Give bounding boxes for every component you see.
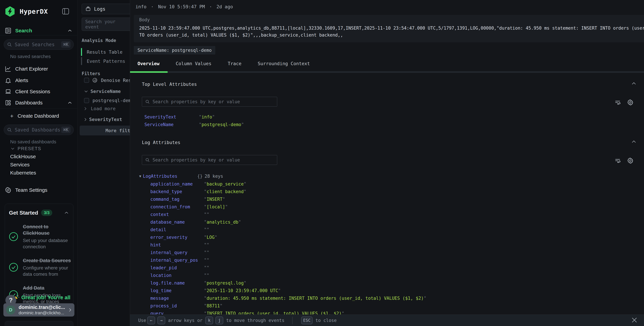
attribute-key[interactable]: ServiceName [144,122,199,127]
create-dashboard-button[interactable]: + Create Dashboard [0,111,78,121]
wrap-lines-icon[interactable] [614,157,621,164]
log-body-text[interactable]: 2025-11-10 23:59:47.000 UTC,postgres,ana… [139,25,644,39]
j-key[interactable]: j [216,316,223,324]
attribute-value[interactable]: "" [204,258,209,263]
log-attribute-list: application_name"backup_service"backend_… [130,180,644,317]
attribute-key[interactable]: hint [150,242,204,247]
attribute-row: hint"" [130,241,644,249]
attribute-value[interactable]: "" [204,250,209,255]
attribute-key[interactable]: database_name [150,219,204,225]
logattributes-key[interactable]: LogAttributes [143,174,178,179]
attribute-key[interactable]: internal_query [150,250,204,255]
event-search-input[interactable]: Search your event [82,18,132,31]
get-started-badge: 3/3 [41,210,52,216]
tab-column-values[interactable]: Column Values [176,61,212,66]
attribute-key[interactable]: error_severity [150,235,204,240]
attribute-key[interactable]: SeverityText [144,114,199,120]
attribute-value[interactable]: "" [204,242,209,247]
caret-down-icon[interactable]: ▼ [139,174,141,178]
tab-overview[interactable]: Overview [138,61,160,66]
gear-icon[interactable] [627,99,634,106]
attribute-key[interactable]: location [150,273,204,278]
detail-footer: Use ← → arrow keys or k j to move throug… [130,314,644,326]
attribute-value[interactable]: "88711" [204,303,222,308]
attribute-value[interactable]: "" [204,227,209,232]
attribute-key[interactable]: process_id [150,303,204,308]
sidebar-item-search[interactable]: Search [0,26,78,36]
attribute-key[interactable]: connection_from [150,204,204,209]
saved-dashboards-input[interactable]: Saved Dashboards ⌘K [4,125,74,135]
attribute-key[interactable]: log_time [150,288,204,293]
attribute-value[interactable]: "postgresql.log" [204,280,246,285]
chevron-up-icon[interactable] [64,211,69,214]
k-key[interactable]: k [205,316,213,324]
attribute-value[interactable]: "" [204,212,209,217]
sidebar-item-dashboards[interactable]: Dashboards [0,98,78,108]
sidebar-item-alerts[interactable]: Alerts [0,76,78,85]
attribute-key[interactable]: command_tag [150,197,204,202]
servicename-filter-group[interactable]: ServiceName [84,89,121,94]
collapse-section-icon[interactable] [631,82,637,85]
source-select-button[interactable]: Logs [82,4,132,14]
attribute-value[interactable]: "" [204,273,209,278]
keys-count-badge: {}28 keys [197,174,223,179]
attribute-value[interactable]: "2025-11-10 23:59:47.000 UTC" [204,288,281,293]
sidebar-collapse-icon[interactable] [62,8,69,15]
preset-clickhouse[interactable]: ClickHouse [10,154,36,159]
mode-event-patterns[interactable]: Event Patterns [81,57,130,65]
attribute-row: detail"" [130,226,644,233]
log-attributes-search-input[interactable]: Search properties by key or value [142,155,277,165]
get-started-item[interactable]: Connect to ClickHouse Set up your databa… [8,223,69,250]
chevron-up-icon [67,29,72,32]
tab-surrounding-context[interactable]: Surrounding Context [258,61,310,66]
sidebar-item-client-sessions[interactable]: Client Sessions [0,87,78,97]
attribute-key[interactable]: application_name [150,181,204,187]
arrow-right-key[interactable]: → [158,316,165,324]
esc-key[interactable]: ESC [301,316,312,324]
attribute-value[interactable]: "duration: 45.950 ms statement: INSERT I… [204,296,426,301]
saved-searches-input[interactable]: Saved Searches ⌘K [4,39,74,50]
checkbox[interactable] [84,78,89,83]
load-more-button[interactable]: Load more [84,106,116,111]
attribute-value[interactable]: "analytics_db" [204,219,241,225]
attribute-key[interactable]: message [150,296,204,301]
preset-kubernetes[interactable]: Kubernetes [10,170,36,176]
collapse-section-icon[interactable] [631,140,637,144]
get-started-item[interactable]: Create Data Sources Configure where your… [8,257,69,277]
user-menu[interactable]: D dominic.tran@clic... dominic.tran@clic… [4,303,74,316]
arrow-left-key[interactable]: ← [147,316,155,324]
gear-icon[interactable] [627,157,634,164]
attribute-value[interactable]: "[local]" [204,204,228,209]
attribute-key[interactable]: context [150,212,204,217]
log-attributes-toolbar [614,157,634,164]
checkbox[interactable] [84,98,89,103]
get-started-header[interactable]: Get Started 3/3 [5,204,73,216]
severitytext-filter-group[interactable]: SeverityText [84,117,122,122]
attribute-key[interactable]: log.file.name [150,280,204,285]
help-button[interactable]: ? [6,295,16,306]
attribute-value[interactable]: "INSERT" [204,197,225,202]
presets-group[interactable]: PRESETS [0,145,78,152]
celebration-text: Great job! You're all [13,294,72,301]
tab-trace[interactable]: Trace [228,61,241,66]
attribute-value[interactable]: "info" [199,114,215,120]
attribute-value[interactable]: "client backend" [204,189,246,194]
attribute-key[interactable]: internal_query_pos [150,258,204,263]
sidebar-item-chart-explorer[interactable]: Chart Explorer [0,64,78,74]
preset-services[interactable]: Services [10,162,30,168]
wrap-lines-icon[interactable] [614,99,621,106]
close-icon[interactable] [631,316,638,324]
attribute-value[interactable]: "backup_service" [204,181,246,187]
servicename-tag[interactable]: ServiceName: postgresql-demo [134,46,215,55]
top-level-search-input[interactable]: Search properties by key or value [142,97,277,107]
postgresql-demo-filter[interactable]: postgresql-demo [84,98,134,103]
mode-results-table[interactable]: Results Table [81,48,130,56]
attribute-value[interactable]: "LOG" [204,235,217,240]
attribute-value[interactable]: "" [204,265,209,270]
attribute-key[interactable]: leader_pid [150,265,204,270]
attribute-key[interactable]: backend_type [150,189,204,194]
denoise-filter[interactable]: Denoise Resul [84,78,137,83]
sidebar-item-team-settings[interactable]: Team Settings [0,185,78,195]
attribute-key[interactable]: detail [150,227,204,232]
attribute-value[interactable]: "postgresql-demo" [199,122,244,127]
